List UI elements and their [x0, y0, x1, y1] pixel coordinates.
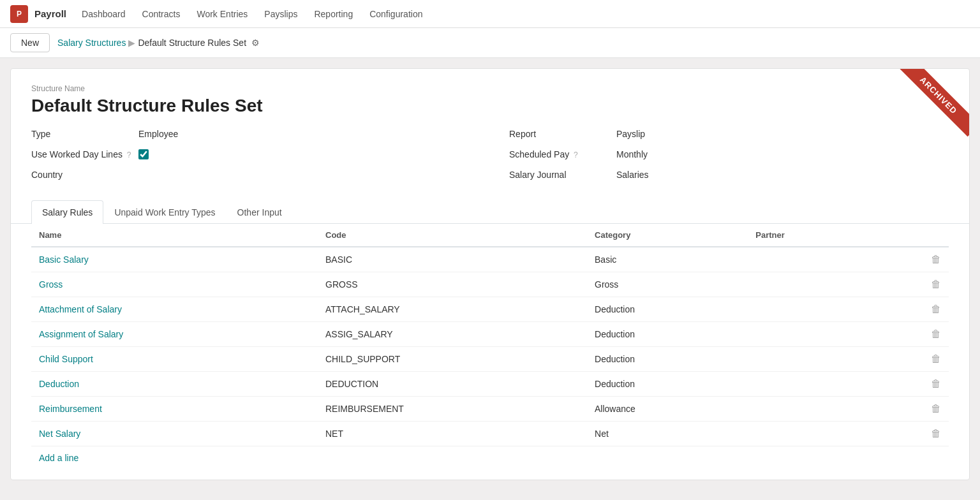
app-name: Payroll — [34, 8, 66, 19]
cell-category: Deduction — [587, 347, 748, 372]
cell-delete[interactable]: 🗑 — [875, 372, 949, 397]
table-row: Deduction DEDUCTION Deduction 🗑 — [31, 372, 949, 397]
table-row: Basic Salary BASIC Basic 🗑 — [31, 247, 949, 272]
breadcrumb-parent[interactable]: Salary Structures — [57, 38, 126, 48]
cell-code: NET — [318, 422, 587, 446]
cell-delete[interactable]: 🗑 — [875, 272, 949, 297]
cell-code: REIMBURSEMENT — [318, 397, 587, 422]
breadcrumb-current: Default Structure Rules Set — [138, 38, 246, 48]
type-value: Employee — [138, 129, 178, 139]
cell-partner — [748, 247, 875, 272]
cell-delete[interactable]: 🗑 — [875, 347, 949, 372]
scheduled-pay-field: Scheduled Pay ? Monthly — [509, 149, 949, 159]
col-header-name: Name — [31, 224, 318, 247]
salary-journal-value: Salaries — [616, 170, 649, 180]
col-header-partner: Partner — [748, 224, 875, 247]
nav-configuration[interactable]: Configuration — [363, 6, 429, 22]
breadcrumb: Salary Structures ▶ Default Structure Ru… — [57, 38, 260, 48]
add-line-button[interactable]: Add a line — [31, 446, 86, 469]
delete-icon[interactable]: 🗑 — [931, 304, 941, 314]
use-worked-day-checkbox[interactable] — [138, 149, 149, 159]
cell-partner — [748, 272, 875, 297]
delete-icon[interactable]: 🗑 — [931, 328, 941, 339]
type-field: Type Employee — [31, 129, 471, 139]
report-field: Report Payslip — [509, 129, 949, 139]
worked-day-question: ? — [127, 151, 131, 159]
col-header-code: Code — [318, 224, 587, 247]
cell-partner — [748, 422, 875, 446]
delete-icon[interactable]: 🗑 — [931, 428, 941, 439]
delete-icon[interactable]: 🗑 — [931, 403, 941, 414]
tab-other-input[interactable]: Other Input — [226, 200, 293, 224]
cell-code: DEDUCTION — [318, 372, 587, 397]
cell-category: Deduction — [587, 372, 748, 397]
cell-category: Deduction — [587, 297, 748, 322]
cell-partner — [748, 372, 875, 397]
cell-name[interactable]: Basic Salary — [31, 247, 318, 272]
scheduled-pay-question: ? — [574, 151, 578, 159]
nav-reporting[interactable]: Reporting — [308, 6, 359, 22]
cell-code: BASIC — [318, 247, 587, 272]
cell-delete[interactable]: 🗑 — [875, 422, 949, 446]
table-row: Reimbursement REIMBURSEMENT Allowance 🗑 — [31, 397, 949, 422]
nav-dashboard[interactable]: Dashboard — [75, 6, 132, 22]
nav-work-entries[interactable]: Work Entries — [190, 6, 254, 22]
cell-delete[interactable]: 🗑 — [875, 397, 949, 422]
report-value: Payslip — [616, 129, 645, 139]
tabs-bar: Salary Rules Unpaid Work Entry Types Oth… — [11, 200, 969, 224]
salary-rules-table: Name Code Category Partner Basic Salary … — [31, 224, 949, 446]
form-fields-grid: Type Employee Report Payslip Use Worked … — [31, 129, 949, 180]
nav-contracts[interactable]: Contracts — [136, 6, 187, 22]
report-label: Report — [509, 129, 611, 139]
cell-category: Deduction — [587, 322, 748, 347]
cell-code: ASSIG_SALARY — [318, 322, 587, 347]
col-header-category: Category — [587, 224, 748, 247]
top-navigation: P Payroll Dashboard Contracts Work Entri… — [0, 0, 980, 28]
use-worked-day-label: Use Worked Day Lines ? — [31, 149, 133, 159]
cell-name[interactable]: Reimbursement — [31, 397, 318, 422]
tab-salary-rules[interactable]: Salary Rules — [31, 200, 103, 224]
salary-rules-table-container: Name Code Category Partner Basic Salary … — [11, 224, 969, 480]
use-worked-day-field: Use Worked Day Lines ? — [31, 149, 471, 159]
structure-name-label: Structure Name — [31, 84, 949, 93]
cell-partner — [748, 347, 875, 372]
cell-delete[interactable]: 🗑 — [875, 297, 949, 322]
scheduled-pay-label: Scheduled Pay ? — [509, 149, 611, 159]
cell-category: Gross — [587, 272, 748, 297]
cell-delete[interactable]: 🗑 — [875, 322, 949, 347]
delete-icon[interactable]: 🗑 — [931, 279, 941, 290]
country-label: Country — [31, 170, 133, 180]
toolbar: New Salary Structures ▶ Default Structur… — [0, 28, 980, 58]
page-title: Default Structure Rules Set — [31, 96, 949, 116]
cell-name[interactable]: Attachment of Salary — [31, 297, 318, 322]
cell-name[interactable]: Child Support — [31, 347, 318, 372]
cell-category: Basic — [587, 247, 748, 272]
cell-name[interactable]: Assignment of Salary — [31, 322, 318, 347]
cell-code: CHILD_SUPPORT — [318, 347, 587, 372]
nav-payslips[interactable]: Payslips — [258, 6, 304, 22]
cell-partner — [748, 397, 875, 422]
scheduled-pay-value: Monthly — [616, 149, 648, 159]
cell-partner — [748, 297, 875, 322]
delete-icon[interactable]: 🗑 — [931, 378, 941, 389]
cell-category: Allowance — [587, 397, 748, 422]
cell-delete[interactable]: 🗑 — [875, 247, 949, 272]
cell-partner — [748, 322, 875, 347]
salary-journal-label: Salary Journal — [509, 170, 611, 180]
table-row: Assignment of Salary ASSIG_SALARY Deduct… — [31, 322, 949, 347]
delete-icon[interactable]: 🗑 — [931, 254, 941, 265]
cell-code: ATTACH_SALARY — [318, 297, 587, 322]
delete-icon[interactable]: 🗑 — [931, 353, 941, 364]
cell-code: GROSS — [318, 272, 587, 297]
cell-name[interactable]: Net Salary — [31, 422, 318, 446]
form-section: Structure Name Default Structure Rules S… — [11, 69, 969, 195]
table-row: Gross GROSS Gross 🗑 — [31, 272, 949, 297]
cell-name[interactable]: Deduction — [31, 372, 318, 397]
cell-name[interactable]: Gross — [31, 272, 318, 297]
new-button[interactable]: New — [10, 33, 50, 52]
table-row: Child Support CHILD_SUPPORT Deduction 🗑 — [31, 347, 949, 372]
app-logo: P — [10, 5, 28, 23]
settings-icon[interactable]: ⚙ — [251, 38, 260, 48]
cell-category: Net — [587, 422, 748, 446]
tab-unpaid-work-entry-types[interactable]: Unpaid Work Entry Types — [103, 200, 226, 224]
